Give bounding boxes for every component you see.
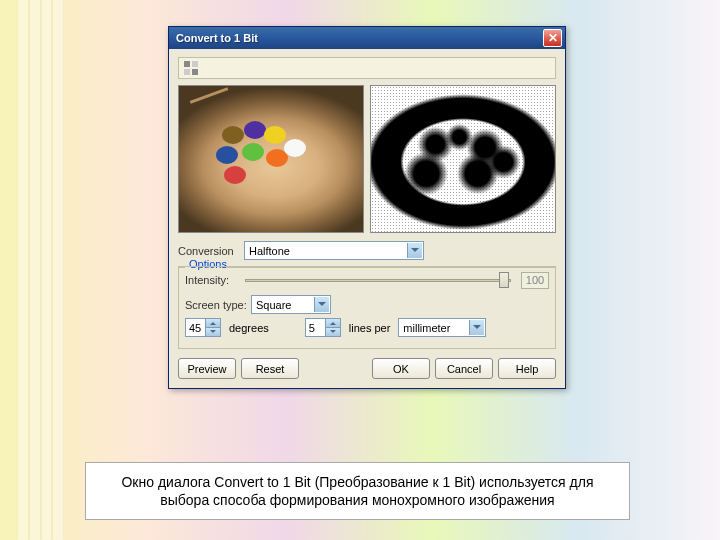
slider-thumb[interactable] (499, 272, 509, 288)
chevron-down-icon (314, 297, 329, 312)
slide-caption: Окно диалога Convert to 1 Bit (Преобразо… (85, 462, 630, 520)
lines-value: 5 (309, 322, 315, 334)
preview-panes (178, 85, 556, 233)
dialog-toolbar (178, 57, 556, 79)
intensity-label: Intensity: (185, 274, 235, 286)
screen-type-select[interactable]: Square (251, 295, 331, 314)
spin-up-icon[interactable] (205, 319, 220, 328)
conversion-value: Halftone (249, 245, 290, 257)
unit-value: millimeter (403, 322, 450, 334)
dialog-title: Convert to 1 Bit (172, 32, 543, 44)
convert-to-1bit-dialog: Convert to 1 Bit ✕ Conversion (168, 26, 566, 389)
intensity-slider[interactable] (245, 271, 511, 289)
chevron-down-icon (407, 243, 422, 258)
svg-rect-0 (184, 61, 190, 67)
chevron-down-icon (469, 320, 484, 335)
screen-type-label: Screen type: (185, 299, 247, 311)
ok-button[interactable]: OK (372, 358, 430, 379)
intensity-value: 100 (521, 272, 549, 289)
preview-button[interactable]: Preview (178, 358, 236, 379)
lines-spinner[interactable]: 5 (305, 318, 341, 337)
spin-down-icon[interactable] (325, 328, 340, 336)
close-icon[interactable]: ✕ (543, 29, 562, 47)
angle-value: 45 (189, 322, 201, 334)
help-button[interactable]: Help (498, 358, 556, 379)
cancel-button[interactable]: Cancel (435, 358, 493, 379)
spin-down-icon[interactable] (205, 328, 220, 336)
titlebar[interactable]: Convert to 1 Bit ✕ (169, 27, 565, 49)
preview-mode-icon[interactable] (180, 59, 202, 77)
angle-unit: degrees (229, 322, 269, 334)
decorative-stripes (18, 0, 63, 540)
spin-up-icon[interactable] (325, 319, 340, 328)
lines-unit: lines per (349, 322, 391, 334)
screen-type-value: Square (256, 299, 291, 311)
conversion-select[interactable]: Halftone (244, 241, 424, 260)
original-preview[interactable] (178, 85, 364, 233)
angle-spinner[interactable]: 45 (185, 318, 221, 337)
unit-select[interactable]: millimeter (398, 318, 486, 337)
svg-rect-1 (192, 61, 198, 67)
reset-button[interactable]: Reset (241, 358, 299, 379)
halftone-image (371, 86, 555, 232)
svg-rect-3 (192, 69, 198, 75)
svg-rect-2 (184, 69, 190, 75)
result-preview[interactable] (370, 85, 556, 233)
conversion-label: Conversion (178, 245, 240, 257)
palette-image (179, 86, 363, 232)
